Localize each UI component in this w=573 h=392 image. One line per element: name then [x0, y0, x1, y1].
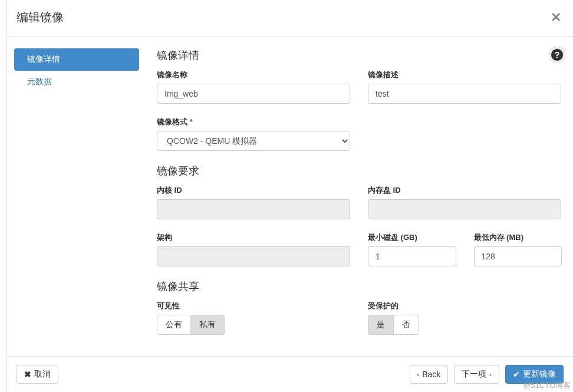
modal-footer: ✖ 取消 ‹ Back 下一项 › ✔ 更新镜像	[7, 356, 573, 392]
chevron-right-icon: ›	[489, 371, 492, 378]
input-image-name[interactable]	[157, 84, 350, 104]
wizard-sidebar: 镜像详情 元数据	[14, 48, 139, 356]
modal-header: 编辑镜像 ✕	[7, 0, 573, 37]
help-icon[interactable]: ?	[551, 48, 564, 61]
field-image-name: 镜像名称	[157, 70, 350, 104]
protected-toggle: 是 否	[368, 315, 419, 335]
label-kernel-id: 内核 ID	[157, 185, 350, 196]
field-min-disk: 最小磁盘 (GB) ▲ ▼	[368, 232, 456, 266]
input-image-description[interactable]	[368, 84, 561, 104]
close-icon: ✖	[24, 370, 31, 379]
field-image-format: 镜像格式 * QCOW2 - QEMU 模拟器	[157, 117, 350, 151]
section-title-requirements: 镜像要求	[157, 164, 561, 178]
background-page-hint	[0, 0, 6, 392]
label-ramdisk-id: 内存盘 ID	[368, 185, 561, 196]
next-button[interactable]: 下一项 ›	[454, 365, 499, 384]
label-min-disk: 最小磁盘 (GB)	[368, 232, 456, 243]
sidebar-item-metadata[interactable]: 元数据	[14, 71, 139, 93]
modal-title: 编辑镜像	[17, 9, 64, 25]
modal-body: 镜像详情 元数据 ? 镜像详情 镜像名称 镜像描述 镜	[7, 37, 573, 356]
edit-image-modal: 编辑镜像 ✕ 镜像详情 元数据 ? 镜像详情 镜像名称 镜像描述	[6, 0, 573, 392]
next-button-label: 下一项	[462, 369, 486, 380]
back-button[interactable]: ‹ Back	[410, 365, 449, 384]
update-image-button[interactable]: ✔ 更新镜像	[505, 365, 564, 384]
sidebar-item-label: 元数据	[27, 77, 52, 86]
sidebar-item-label: 镜像详情	[27, 54, 60, 64]
input-kernel-id	[157, 199, 350, 219]
cancel-button-label: 取消	[34, 369, 51, 380]
label-image-name: 镜像名称	[157, 70, 350, 80]
back-button-label: Back	[422, 370, 440, 379]
section-title-sharing: 镜像共享	[157, 279, 561, 294]
update-image-button-label: 更新镜像	[523, 369, 556, 380]
form-content: ? 镜像详情 镜像名称 镜像描述 镜像格式 * QCOW2 - QEMU 模拟器	[157, 48, 564, 356]
label-visibility: 可见性	[157, 301, 350, 311]
cancel-button[interactable]: ✖ 取消	[17, 365, 58, 384]
visibility-public-button[interactable]: 公有	[157, 315, 191, 335]
field-kernel-id: 内核 ID	[157, 185, 350, 219]
sidebar-item-image-details[interactable]: 镜像详情	[14, 48, 139, 71]
field-ramdisk-id: 内存盘 ID	[368, 185, 561, 219]
protected-no-button[interactable]: 否	[394, 315, 419, 335]
protected-yes-button[interactable]: 是	[368, 315, 394, 335]
field-architecture: 架构	[157, 232, 350, 266]
field-image-description: 镜像描述	[368, 70, 561, 104]
label-image-format: 镜像格式 *	[157, 117, 350, 127]
check-icon: ✔	[513, 370, 520, 379]
chevron-left-icon: ‹	[417, 371, 420, 378]
label-architecture: 架构	[157, 232, 350, 243]
field-protected: 受保护的 是 否	[368, 301, 561, 335]
input-min-ram[interactable]	[475, 247, 574, 266]
field-min-ram: 最低内存 (MB) ▲ ▼	[474, 232, 562, 266]
visibility-private-button[interactable]: 私有	[191, 315, 225, 335]
label-protected: 受保护的	[368, 301, 561, 311]
input-ramdisk-id	[368, 199, 561, 219]
visibility-toggle: 公有 私有	[157, 315, 225, 335]
select-image-format[interactable]: QCOW2 - QEMU 模拟器	[157, 131, 350, 151]
label-min-ram: 最低内存 (MB)	[474, 232, 562, 243]
footer-right: ‹ Back 下一项 › ✔ 更新镜像	[410, 365, 564, 384]
input-min-disk[interactable]	[368, 247, 486, 266]
close-icon[interactable]: ✕	[551, 11, 561, 24]
section-title-details: 镜像详情	[157, 48, 561, 62]
field-visibility: 可见性 公有 私有	[157, 301, 350, 335]
input-architecture	[157, 246, 350, 266]
label-image-description: 镜像描述	[368, 70, 561, 80]
